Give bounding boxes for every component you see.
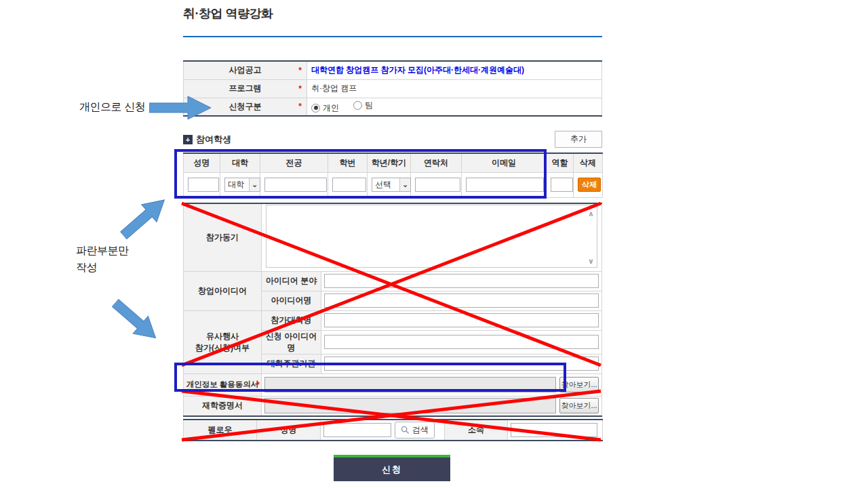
applied-idea-label: 신청 아이디어명 bbox=[262, 330, 321, 354]
details-table: 참가동기 ∧ ∨ 창업아이디어 아이디어 분야 아이디어명 유사행사 참가(신청… bbox=[183, 203, 602, 417]
table-row: 프로그램 * 취·창업 캠프 bbox=[184, 79, 602, 98]
grade-term-select[interactable]: 선택 ⌄ bbox=[372, 178, 411, 192]
annotation-blue-only: 파란부분만 작성 bbox=[76, 243, 129, 277]
col-major: 전공 bbox=[260, 153, 328, 172]
participants-header-row: 성명 대학 전공 학번 학년/학기 연락처 이메일 역할 삭제 bbox=[184, 153, 603, 172]
col-role: 역할 bbox=[547, 153, 574, 172]
contest-org-input[interactable] bbox=[324, 357, 599, 371]
participants-section-bar: + 참여학생 추가 bbox=[183, 131, 602, 148]
participants-section-title: + 참여학생 bbox=[183, 134, 231, 146]
privacy-consent-label-cell: 개인정보 활용동의서 * bbox=[184, 373, 262, 396]
apply-type-label: 신청구분 bbox=[229, 102, 262, 111]
student-id-input[interactable] bbox=[332, 178, 366, 192]
motivation-textarea[interactable] bbox=[266, 205, 597, 268]
title-divider bbox=[183, 36, 602, 37]
fellow-affiliation-label: 소속 bbox=[445, 420, 508, 441]
idea-field-input[interactable] bbox=[324, 274, 599, 288]
delete-row-button[interactable]: 삭제 bbox=[578, 178, 601, 192]
annotation-blue-only-line1: 파란부분만 bbox=[76, 245, 129, 256]
program-label: 프로그램 bbox=[229, 83, 262, 93]
annotation-apply-individual: 개인으로 신청 bbox=[79, 99, 145, 116]
similar-event-label-line1: 유사행사 bbox=[206, 331, 239, 341]
fellow-label: 펠로우 bbox=[184, 420, 257, 441]
blue-arrow-up-right bbox=[115, 190, 173, 245]
contact-input[interactable] bbox=[415, 178, 460, 192]
plus-icon: + bbox=[183, 135, 193, 144]
radio-individual[interactable]: 개인 bbox=[311, 102, 339, 114]
col-university: 대학 bbox=[220, 153, 260, 172]
application-info-table: 사업공고 * 대학연합 창업캠프 참가자 모집(아주대·한세대·계원예술대) 프… bbox=[183, 60, 602, 117]
idea-name-input[interactable] bbox=[324, 293, 599, 308]
add-participant-button[interactable]: 추가 bbox=[555, 131, 602, 148]
chevron-down-icon[interactable]: ⌄ bbox=[249, 178, 260, 191]
business-notice-label-cell: 사업공고 * bbox=[184, 61, 307, 79]
col-delete: 삭제 bbox=[574, 153, 603, 172]
similar-event-group-label: 유사행사 참가(신청)여부 bbox=[184, 310, 262, 373]
page-title: 취·창업 역량강화 bbox=[183, 5, 273, 22]
major-input[interactable] bbox=[264, 178, 327, 192]
contest-name-label: 참가대회명 bbox=[262, 310, 321, 330]
fellow-table: 펠로우 성명 검색 소속 bbox=[183, 419, 603, 441]
privacy-consent-label: 개인정보 활용동의서 bbox=[186, 380, 259, 388]
contest-name-input[interactable] bbox=[324, 313, 599, 327]
fellow-affiliation-input[interactable] bbox=[511, 423, 597, 437]
table-row: 유사행사 참가(신청)여부 참가대회명 bbox=[184, 310, 602, 330]
fellow-search-button[interactable]: 검색 bbox=[395, 422, 435, 439]
enrollment-browse-button[interactable]: 찾아보기... bbox=[559, 398, 599, 413]
enrollment-cert-label: 재학증명서 bbox=[184, 396, 262, 416]
scroll-up-icon[interactable]: ∧ bbox=[588, 209, 594, 218]
col-grade-term: 학년/학기 bbox=[368, 153, 411, 172]
university-select-value: 대학 bbox=[225, 179, 249, 190]
email-input[interactable] bbox=[466, 178, 544, 192]
fellow-row: 펠로우 성명 검색 소속 bbox=[184, 420, 603, 441]
required-asterisk: * bbox=[298, 102, 302, 111]
col-email: 이메일 bbox=[462, 153, 547, 172]
similar-event-label-line2: 참가(신청)여부 bbox=[195, 343, 250, 352]
table-row: 신청구분 * 개인 팀 bbox=[184, 98, 602, 116]
business-notice-value[interactable]: 대학연합 창업캠프 참가자 모집(아주대·한세대·계원예술대) bbox=[311, 65, 524, 75]
privacy-browse-button[interactable]: 찾아보기... bbox=[559, 377, 599, 392]
enrollment-file-input[interactable] bbox=[264, 398, 556, 413]
idea-field-label: 아이디어 분야 bbox=[262, 271, 321, 291]
name-input[interactable] bbox=[188, 178, 219, 192]
university-select[interactable]: 대학 ⌄ bbox=[224, 178, 260, 192]
table-row: 사업공고 * 대학연합 창업캠프 참가자 모집(아주대·한세대·계원예술대) bbox=[184, 61, 602, 79]
table-row: 재학증명서 찾아보기... bbox=[184, 396, 602, 416]
table-row: 개인정보 활용동의서 * 찾아보기... bbox=[184, 373, 602, 396]
table-row: 참가동기 ∧ ∨ bbox=[184, 203, 602, 271]
role-input[interactable] bbox=[551, 178, 573, 192]
program-value: 취·창업 캠프 bbox=[311, 83, 357, 93]
privacy-file-input[interactable] bbox=[264, 377, 556, 392]
participants-table: 성명 대학 전공 학번 학년/학기 연락처 이메일 역할 삭제 대학 ⌄ 선택 … bbox=[183, 152, 603, 198]
radio-individual-label: 개인 bbox=[323, 102, 339, 114]
required-asterisk: * bbox=[256, 380, 260, 390]
chevron-down-icon[interactable]: ⌄ bbox=[399, 178, 410, 191]
annotation-blue-only-line2: 작성 bbox=[76, 262, 97, 273]
radio-unselected-icon[interactable] bbox=[353, 101, 362, 110]
participants-section-label: 참여학생 bbox=[196, 134, 231, 146]
applied-idea-input[interactable] bbox=[324, 335, 599, 349]
program-label-cell: 프로그램 * bbox=[184, 79, 307, 98]
scroll-down-icon[interactable]: ∨ bbox=[588, 257, 594, 266]
required-asterisk: * bbox=[298, 84, 302, 94]
col-student-id: 학번 bbox=[328, 153, 368, 172]
blue-arrow-down-right bbox=[107, 293, 164, 348]
submit-button[interactable]: 신청 bbox=[334, 455, 450, 481]
col-name: 성명 bbox=[184, 153, 220, 172]
business-notice-label: 사업공고 bbox=[229, 65, 262, 75]
col-contact: 연락처 bbox=[411, 153, 462, 172]
contest-org-label: 대회주관기관 bbox=[262, 354, 321, 373]
fellow-name-input[interactable] bbox=[323, 423, 391, 437]
fellow-name-label: 성명 bbox=[257, 420, 321, 441]
apply-type-label-cell: 신청구분 * bbox=[184, 98, 307, 116]
search-icon bbox=[401, 426, 410, 434]
idea-name-label: 아이디어명 bbox=[262, 291, 321, 310]
radio-selected-icon[interactable] bbox=[311, 104, 320, 113]
required-asterisk: * bbox=[298, 66, 302, 75]
radio-team[interactable]: 팀 bbox=[353, 100, 373, 111]
fellow-search-label: 검색 bbox=[412, 424, 429, 436]
table-row: 창업아이디어 아이디어 분야 bbox=[184, 271, 602, 291]
motivation-label: 참가동기 bbox=[184, 203, 262, 271]
grade-term-select-value: 선택 bbox=[372, 179, 399, 190]
participant-row: 대학 ⌄ 선택 ⌄ 삭제 bbox=[184, 172, 603, 197]
